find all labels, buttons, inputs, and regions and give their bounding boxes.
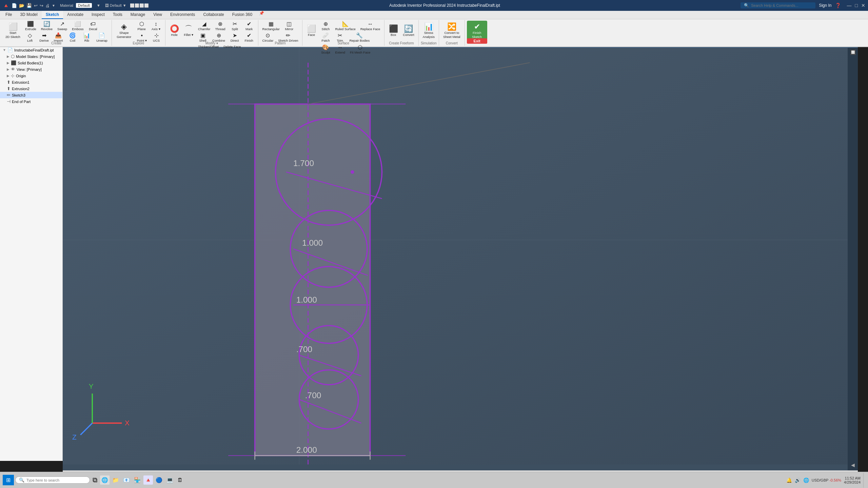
quickaccess-redo[interactable]: ↪ <box>40 3 43 8</box>
tree-item-origin[interactable]: ▶ ⊹ Origin <box>0 73 62 79</box>
title-bar-left: 🔺 📄 📂 💾 ↩ ↪ 🖨 ▼ Material Default ▼ 🖼 Def… <box>3 2 149 9</box>
taskbar-app-explorer[interactable]: 📁 <box>111 475 120 485</box>
task-view-button[interactable]: ⧉ <box>91 475 99 485</box>
quickaccess-undo[interactable]: ↩ <box>34 3 38 8</box>
tab-tools[interactable]: Tools <box>109 11 126 19</box>
tab-sketch[interactable]: Sketch <box>42 11 63 19</box>
extend-button[interactable]: ↔ Extend <box>333 44 347 55</box>
quickaccess-more[interactable]: ▼ <box>52 4 55 7</box>
replace-face-button[interactable]: ↔ Replace Face <box>358 21 382 32</box>
svg-text:.700: .700 <box>305 391 321 400</box>
box-button[interactable]: ⬛ Box <box>387 21 400 41</box>
thread-button[interactable]: ⊗ Thread <box>213 21 227 32</box>
revolve-icon: 🔄 <box>43 21 50 27</box>
extrude-button[interactable]: ⬛ Extrude <box>23 21 38 32</box>
axis-button[interactable]: ↕ Axis ▾ <box>149 21 163 32</box>
panel-icon-6[interactable]: 🔲 <box>850 49 856 55</box>
convert-sheet-metal-button[interactable]: 🔀 Convert toSheet Metal <box>441 21 462 41</box>
tab-inspect[interactable]: Inspect <box>87 11 109 19</box>
tab-environments[interactable]: Environments <box>166 11 199 19</box>
show-desktop-button[interactable] <box>863 473 865 488</box>
left-panel: Model + 🔍 ☰ ▼ 📄 InstructabeFinalDraft.ip… <box>0 38 63 461</box>
ribbon-group-simulation: 📊 StressAnalysis Simulation <box>419 20 439 46</box>
ribbon-pin-icon[interactable]: 📌 <box>259 11 264 19</box>
global-search-input[interactable] <box>751 3 812 7</box>
tab-annotate[interactable]: Annotate <box>63 11 87 19</box>
tree-item-label: Model States: [Primary] <box>16 55 55 59</box>
tree-item-view[interactable]: ▶ 👁 View: [Primary] <box>0 66 62 73</box>
convert-group-label: Convert <box>439 41 465 45</box>
exit-button[interactable]: Exit <box>467 38 487 44</box>
network-icon[interactable]: 🌐 <box>803 477 809 483</box>
taskbar-app-code[interactable]: 💻 <box>165 475 175 485</box>
tab-file[interactable]: File <box>1 11 16 19</box>
tree-item-extrusion2[interactable]: ⬆ Extrusion2 <box>0 85 62 92</box>
clock-display[interactable]: 11:52 AM 4/29/2024 <box>844 476 861 484</box>
view-icon: 👁 <box>11 67 15 72</box>
convert-button[interactable]: 🔄 Convert <box>401 21 416 41</box>
direct-icon: ➤ <box>233 33 237 38</box>
signin-btn[interactable]: Sign In <box>819 3 831 8</box>
stitch-button[interactable]: ⊕ Stitch <box>319 21 332 32</box>
quickaccess-save[interactable]: 💾 <box>26 3 32 8</box>
taskbar-app-edge[interactable]: 🌐 <box>100 475 110 485</box>
taskbar-search-input[interactable] <box>26 478 81 482</box>
close-btn[interactable]: ✕ <box>861 3 865 8</box>
emboss-icon: ⬜ <box>74 21 81 27</box>
svg-text:Z: Z <box>72 433 77 441</box>
extrusion-icon: ⬆ <box>7 86 11 91</box>
minimize-btn[interactable]: — <box>847 3 852 8</box>
quickaccess-print[interactable]: 🖨 <box>45 3 50 8</box>
tab-collaborate[interactable]: Collaborate <box>199 11 228 19</box>
notif-icon[interactable]: 🔔 <box>786 477 792 483</box>
import-icon: 📥 <box>55 33 62 38</box>
material-value[interactable]: Default <box>76 3 92 8</box>
plane-button[interactable]: ⬡ Plane <box>135 21 149 32</box>
fit-mesh-face-button[interactable]: ⬡ Fit Mesh Face <box>348 44 372 55</box>
help-btn[interactable]: ❓ <box>835 3 841 8</box>
start-button[interactable]: ⊞ <box>3 475 14 485</box>
volume-icon[interactable]: 🔊 <box>795 477 801 483</box>
tree-item-solid-bodies[interactable]: ▶ ⬛ Solid Bodies(1) <box>0 60 62 66</box>
tab-manage[interactable]: Manage <box>126 11 149 19</box>
view-mode[interactable]: 🖼 Default ▼ <box>105 3 126 7</box>
ribbon-content: ⬜ Start2D Sketch ⬛ Extrude 🔄 Revolve <box>0 19 868 46</box>
tab-fusion360[interactable]: Fusion 360 <box>228 11 256 19</box>
hole-button[interactable]: ⭕ Hole <box>167 21 181 41</box>
split-button[interactable]: ✂ Split <box>228 21 242 32</box>
start-2d-sketch-button[interactable]: ⬜ Start2D Sketch <box>3 21 22 41</box>
quickaccess-new[interactable]: 📄 <box>12 3 17 8</box>
tree-item-extrusion1[interactable]: ⬆ Extrusion1 <box>0 79 62 85</box>
stress-analysis-button[interactable]: 📊 StressAnalysis <box>421 21 437 41</box>
finish-sketch-button[interactable]: ✔ FinishSketch <box>467 21 487 41</box>
tree-item-end-of-part[interactable]: ⊣ End of Part <box>0 98 62 105</box>
canvas-area[interactable]: 1.700 1.000 1.000 .700 .700 2.000 X Y Z <box>63 9 858 470</box>
taskbar-app-mail[interactable]: 📧 <box>122 475 131 485</box>
taskbar-app-store[interactable]: 🏪 <box>133 475 142 485</box>
maximize-btn[interactable]: □ <box>855 3 858 8</box>
collapse-panel-icon[interactable]: ◀ <box>851 462 855 468</box>
shape-generator-button[interactable]: ◈ ShapeGenerator <box>114 21 134 41</box>
tab-view[interactable]: View <box>149 11 166 19</box>
tree-item-model-states[interactable]: ▶ ⬡ Model States: [Primary] <box>0 53 62 60</box>
tree-item-sketch3[interactable]: ✏ Sketch3 <box>0 92 62 98</box>
taskbar-app-calendar[interactable]: 🗓 <box>176 476 184 485</box>
chamfer-button[interactable]: ◢ Chamfer <box>196 21 212 32</box>
mark-button[interactable]: ✔ Mark <box>242 21 256 32</box>
sweep-button[interactable]: ↗ Sweep <box>55 21 69 32</box>
face-button[interactable]: ⬜ Face <box>304 21 318 41</box>
tab-3dmodel[interactable]: 3D Model <box>16 11 41 19</box>
rectangular-button[interactable]: ▦ Rectangular <box>260 21 282 32</box>
quickaccess-open[interactable]: 📂 <box>19 3 24 8</box>
revolve-button[interactable]: 🔄 Revolve <box>39 21 55 32</box>
combine-icon: ⊕ <box>217 33 221 38</box>
decal-button[interactable]: 🏷 Decal <box>86 21 100 32</box>
taskbar-search[interactable]: 🔍 <box>15 476 90 484</box>
mirror-button[interactable]: ◫ Mirror <box>282 21 296 32</box>
taskbar-app-chrome[interactable]: 🔵 <box>154 475 164 485</box>
fillet-button[interactable]: ⌒ Fillet ▾ <box>182 21 195 41</box>
taskbar-app-inventor[interactable]: 🔺 <box>143 475 153 485</box>
emboss-button[interactable]: ⬜ Emboss <box>70 21 85 32</box>
sculpt-button[interactable]: 🎨 Sculpt <box>319 44 332 55</box>
ruled-surface-button[interactable]: 📐 Ruled Surface <box>333 21 357 32</box>
